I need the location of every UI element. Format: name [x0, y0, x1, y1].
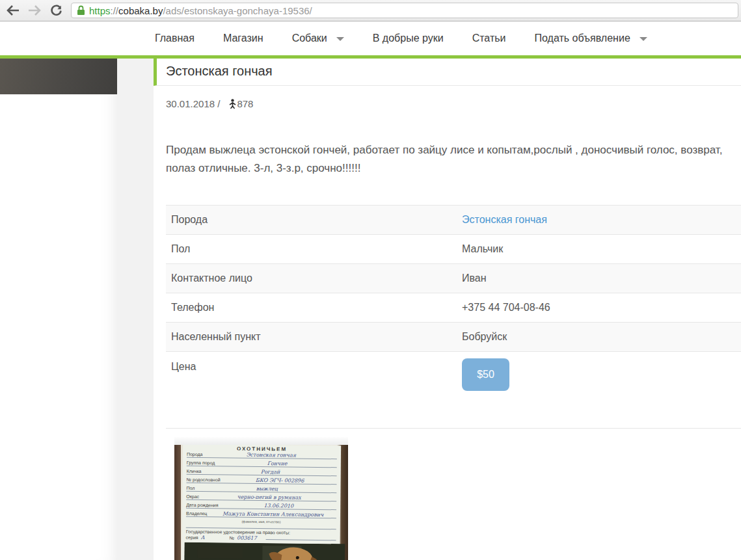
nav-item-label: Подать объявление: [535, 33, 630, 44]
row-value: Бобруйск: [462, 331, 507, 343]
table-row-breed: Порода Эстонская гончая: [166, 206, 741, 235]
doc-field-value: БКО ЭГЧ- 002896: [223, 477, 337, 484]
pedigree-photo[interactable]: ОХОТНИЧЬЕМ Порода Эстонская гончая Групп…: [174, 437, 348, 560]
doc-field-value: Рогдай: [204, 468, 336, 475]
page-body: Эстонская гончая 30.01.2018 / 878 Продам…: [0, 59, 741, 560]
nav-item-glavnaya[interactable]: Главная: [155, 33, 195, 44]
doc-field-label: Дата рождения: [186, 503, 221, 508]
breed-link[interactable]: Эстонская гончая: [462, 214, 547, 225]
row-label: Телефон: [166, 302, 462, 313]
table-row-contact: Контактное лицо Иван: [166, 264, 741, 293]
doc-field-value: Гончие: [217, 460, 337, 467]
dog-photo: [184, 542, 345, 560]
doc-field-value: Эстонская гончая: [205, 451, 337, 459]
nav-item-sobaki[interactable]: Собаки: [292, 33, 344, 44]
layout-gutter: [117, 59, 154, 560]
ad-info-table: Порода Эстонская гончая Пол Мальчик Конт…: [166, 205, 741, 429]
doc-number-value: 003617: [237, 535, 263, 541]
doc-field: Окрас черно-пегий в румянах: [186, 494, 336, 501]
url-path: /ads/estonskaya-gonchaya-19536/: [163, 5, 312, 16]
doc-field-value: черно-пегий в румянах: [202, 494, 336, 501]
doc-field: Группа пород Гончие: [187, 460, 337, 468]
refresh-icon: [50, 5, 62, 17]
doc-field-label: Порода: [187, 452, 206, 457]
refresh-button[interactable]: [47, 2, 64, 19]
nav-item-magazin[interactable]: Магазин: [223, 33, 263, 44]
doc-field-label: Владелец: [186, 511, 209, 516]
doc-field-label: № родословной: [187, 477, 223, 483]
ad-date: 30.01.2018 /: [166, 98, 220, 109]
doc-field-label: Группа пород: [187, 460, 218, 465]
url-separator: ://: [111, 5, 119, 16]
nav-item-stati[interactable]: Статьи: [472, 33, 506, 44]
doc-field-label: Окрас: [186, 494, 202, 499]
ad-content: Эстонская гончая 30.01.2018 / 878 Продам…: [154, 59, 741, 560]
site-navigation: Главная Магазин Собаки В добрые руки Ста…: [0, 21, 741, 55]
row-label: Порода: [166, 214, 462, 226]
table-row-phone: Телефон +375 44 704-08-46: [166, 293, 741, 323]
url-scheme: https: [89, 5, 111, 16]
person-views-icon: [229, 99, 236, 109]
page-title: Эстонская гончая: [166, 64, 741, 79]
row-label: Населенный пункт: [166, 331, 462, 343]
browser-toolbar: https://cobaka.by/ads/estonskaya-gonchay…: [0, 0, 741, 21]
table-row-city: Населенный пункт Бобруйск: [166, 323, 741, 352]
photo-overexposed-edge: [174, 437, 348, 445]
row-label: Контактное лицо: [166, 273, 462, 284]
chevron-down-icon: [640, 37, 647, 41]
secure-padlock-icon: [77, 5, 85, 16]
nav-item-label: Статьи: [472, 33, 506, 44]
table-row-price: Цена $50: [166, 352, 741, 429]
nav-item-label: Собаки: [292, 33, 327, 44]
address-bar[interactable]: https://cobaka.by/ads/estonskaya-gonchay…: [71, 3, 738, 18]
doc-seria-label: серия: [186, 535, 198, 540]
doc-field: Владелец Мажута Константин Александрович: [186, 511, 336, 518]
doc-field: № родословной БКО ЭГЧ- 002896: [187, 477, 337, 485]
ad-meta: 30.01.2018 / 878: [166, 98, 741, 109]
phone-number: +375 44 704-08-46: [462, 302, 550, 313]
row-label: Цена: [166, 352, 462, 373]
back-arrow-icon: [7, 5, 20, 16]
doc-field: Кличка Рогдай: [187, 468, 337, 476]
left-background-panel: [0, 59, 117, 560]
doc-field-value: выжлец: [197, 485, 336, 492]
nav-item-v-dobrye-ruki[interactable]: В добрые руки: [373, 33, 444, 44]
document-header-fragment: ОХОТНИЧЬЕМ: [187, 446, 337, 451]
doc-field-label: Пол: [186, 486, 197, 490]
nav-item-podat-obyavlenie[interactable]: Подать объявление: [535, 33, 647, 44]
doc-field-label: Кличка: [187, 469, 204, 473]
nav-item-label: В добрые руки: [373, 33, 444, 44]
views-count: 878: [237, 98, 253, 109]
doc-handwritten-line: [186, 523, 336, 529]
doc-field: Дата рождения 13.06.2010: [186, 502, 336, 510]
url-host: cobaka.by: [118, 5, 163, 16]
back-button[interactable]: [5, 2, 21, 19]
pedigree-document: ОХОТНИЧЬЕМ Порода Эстонская гончая Групп…: [182, 445, 341, 560]
price-badge: $50: [462, 358, 509, 391]
doc-field: Пол выжлец: [186, 485, 336, 493]
row-value: Мальчик: [462, 243, 503, 255]
doc-seria-value: А: [201, 535, 227, 540]
doc-seria-row: серия А № 003617: [186, 535, 336, 542]
nav-item-label: Магазин: [223, 33, 263, 44]
doc-field: Порода Эстонская гончая: [187, 451, 337, 459]
page-title-block: Эстонская гончая: [154, 59, 741, 86]
nav-item-label: Главная: [155, 33, 195, 44]
table-row-sex: Пол Мальчик: [166, 235, 741, 264]
ad-description: Продам выжлеца эстонской гончей, работае…: [166, 141, 731, 178]
doc-field-value: 13.06.2010: [221, 502, 336, 509]
forward-button[interactable]: [26, 2, 43, 19]
chevron-down-icon: [336, 37, 344, 41]
row-label: Пол: [166, 243, 462, 255]
forward-arrow-icon: [28, 5, 41, 16]
views-counter: 878: [229, 98, 253, 109]
left-banner-fragment: [0, 59, 117, 94]
doc-field-value: Мажута Константин Александрович: [209, 511, 336, 518]
doc-number-label: №: [230, 535, 235, 540]
photo-frame: ОХОТНИЧЬЕМ Порода Эстонская гончая Групп…: [174, 445, 348, 560]
row-value: Иван: [462, 273, 487, 284]
